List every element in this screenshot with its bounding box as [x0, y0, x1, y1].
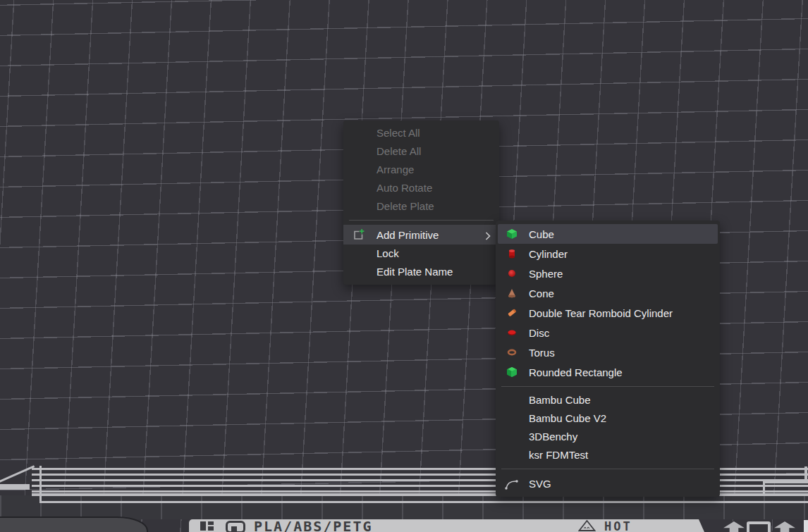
- menu-item-delete-plate: Delete Plate: [343, 197, 499, 216]
- torus-icon: [506, 347, 518, 358]
- plate-bracket: [804, 466, 807, 483]
- submenu-item-label: Cube: [529, 228, 554, 240]
- menu-item-select-all: Select All: [343, 124, 499, 142]
- submenu-separator: [501, 469, 714, 469]
- plate-material-text: PLA/ABS/PETG: [254, 519, 373, 532]
- submenu-item-rounded-rectangle[interactable]: Rounded Rectangle: [496, 362, 720, 382]
- submenu-item-cone[interactable]: Cone: [496, 283, 720, 303]
- submenu-item-bambu-cube-v2[interactable]: Bambu Cube V2: [496, 409, 720, 428]
- plate-edge-line: [39, 501, 808, 503]
- cube-icon: [506, 228, 518, 240]
- submenu-item-3dbenchy[interactable]: 3DBenchy: [496, 428, 720, 446]
- submenu-item-label: Double Tear Romboid Cylinder: [529, 307, 673, 319]
- plate-edge-highlight: [804, 520, 808, 532]
- plate-context-menu: Select All Delete All Arrange Auto Rotat…: [343, 120, 499, 285]
- add-primitive-submenu: Cube Cylinder Sphere: [496, 221, 720, 497]
- menu-separator: [349, 220, 494, 221]
- submenu-item-label: Rounded Rectangle: [529, 366, 623, 378]
- plate-bracket: [763, 481, 765, 496]
- add-primitive-icon: [352, 228, 365, 243]
- rounded-rectangle-icon: [506, 366, 518, 378]
- menu-item-edit-plate-name[interactable]: Edit Plate Name: [343, 263, 499, 281]
- menu-item-delete-all: Delete All: [343, 142, 499, 161]
- plate-bracket: [763, 481, 808, 483]
- plate-corner-tab: [0, 516, 148, 532]
- plate-front-band: [0, 495, 808, 519]
- plate-arrow-up-icon: [774, 521, 795, 532]
- submenu-item-ksr-fdmtest[interactable]: ksr FDMTest: [496, 446, 720, 464]
- submenu-item-disc[interactable]: Disc: [496, 323, 720, 342]
- bambu-logo-icon: [199, 521, 220, 532]
- submenu-item-label: Sphere: [529, 268, 563, 280]
- add-primitive-label: Add Primitive: [377, 229, 439, 241]
- submenu-item-label: Cylinder: [529, 248, 568, 260]
- submenu-item-label: Disc: [529, 327, 549, 339]
- submenu-separator: [501, 386, 714, 387]
- disc-icon: [506, 327, 518, 338]
- submenu-item-double-tear-romboid-cylinder[interactable]: Double Tear Romboid Cylinder: [496, 303, 720, 323]
- plate-tick: [39, 466, 42, 503]
- submenu-item-cube[interactable]: Cube: [498, 224, 718, 244]
- plate-corner-bar: [0, 484, 30, 490]
- cone-icon: [506, 287, 518, 299]
- submenu-item-label: Cone: [529, 287, 554, 299]
- menu-item-auto-rotate: Auto Rotate: [343, 179, 499, 197]
- plate-corner-diagonal: [0, 465, 35, 483]
- menu-item-lock[interactable]: Lock: [343, 245, 499, 263]
- hot-warning: HOT: [578, 520, 632, 532]
- submenu-item-bambu-cube[interactable]: Bambu Cube: [496, 391, 720, 409]
- plate-label-strip: PLA/ABS/PETG HOT: [189, 519, 704, 532]
- plate-arrow-up-icon: [723, 521, 745, 532]
- hot-warning-text: HOT: [604, 520, 632, 532]
- submenu-item-svg[interactable]: SVG: [496, 474, 720, 493]
- submenu-chevron-icon: [485, 230, 491, 242]
- sphere-icon: [506, 268, 518, 279]
- romboid-cylinder-icon: [506, 307, 518, 318]
- submenu-item-label: SVG: [529, 478, 551, 490]
- slicer-3d-viewport: PLA/ABS/PETG HOT Select All Delete All A…: [0, 0, 808, 532]
- bezier-curve-icon: [504, 478, 520, 490]
- plate-brand-icon: [226, 521, 245, 532]
- submenu-item-cylinder[interactable]: Cylinder: [496, 244, 720, 264]
- warning-triangle-icon: [578, 520, 596, 531]
- plate-slot-icon: [747, 521, 771, 532]
- menu-item-arrange: Arrange: [343, 161, 499, 179]
- submenu-item-sphere[interactable]: Sphere: [496, 264, 720, 283]
- submenu-item-torus[interactable]: Torus: [496, 342, 720, 362]
- cylinder-icon: [506, 248, 518, 259]
- menu-item-add-primitive[interactable]: Add Primitive: [343, 225, 499, 245]
- submenu-item-label: Torus: [529, 347, 555, 359]
